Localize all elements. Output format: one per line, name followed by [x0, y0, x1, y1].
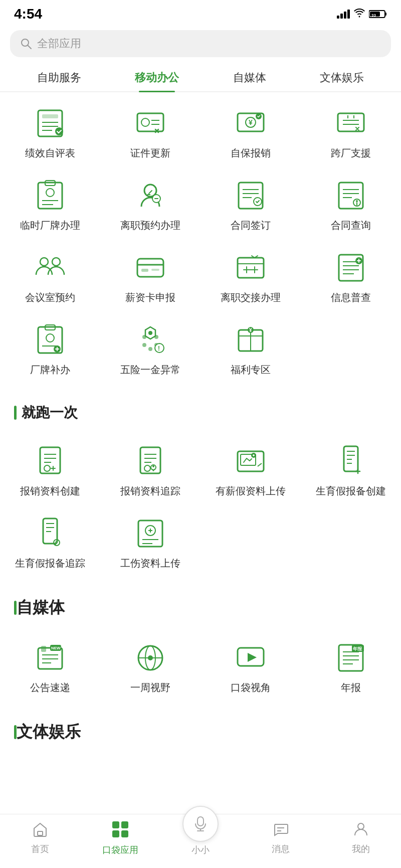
- tab-mobile-office[interactable]: 移动办公: [127, 65, 187, 91]
- resign-appoint-label: 离职预约办理: [120, 219, 180, 232]
- cert-update-label: 证件更新: [130, 146, 170, 159]
- app-welfare[interactable]: ¥ 福利专区: [200, 314, 301, 386]
- salary-card-icon: [132, 250, 168, 286]
- app-weekly-view[interactable]: 一周视野: [100, 632, 200, 704]
- five-insurance-icon: !: [132, 322, 168, 358]
- app-cert-update[interactable]: 证件更新: [100, 97, 200, 169]
- app-badge-reissue[interactable]: 厂牌补办: [0, 314, 100, 386]
- svg-point-45: [40, 258, 48, 266]
- badge-reissue-label: 厂牌补办: [30, 363, 70, 376]
- app-reimbursement-track[interactable]: 报销资料追踪: [100, 435, 200, 507]
- run-once-grid: 报销资料创建 报销资料追踪: [0, 430, 401, 585]
- battery-icon: 33: [369, 10, 387, 19]
- app-maternity-create[interactable]: 生育假报备创建: [301, 435, 401, 507]
- tab-navigation: 自助服务 移动办公 自媒体 文体娱乐: [0, 65, 401, 92]
- app-injury-upload[interactable]: 工伤资料上传: [100, 507, 200, 580]
- maternity-track-icon: [32, 515, 68, 552]
- tab-entertainment[interactable]: 文体娱乐: [312, 65, 372, 91]
- announcement-icon: NEW: [32, 640, 68, 676]
- nav-xiaoxiao[interactable]: 小小: [175, 816, 226, 856]
- app-cross-factory[interactable]: 跨厂支援: [301, 97, 401, 169]
- reimbursement-track-label: 报销资料追踪: [120, 484, 180, 497]
- app-pocket-angle[interactable]: 口袋视角: [200, 632, 301, 704]
- app-meeting-room[interactable]: 会议室预约: [0, 242, 100, 314]
- reimbursement-track-icon: [132, 443, 168, 479]
- nav-xiaoxiao-label: 小小: [191, 844, 210, 856]
- media-grid: NEW 公告速递 一周视野 口袋: [0, 627, 401, 709]
- search-bar[interactable]: 全部应用: [10, 30, 391, 57]
- svg-point-43: [356, 200, 358, 202]
- svg-text:年报: 年报: [352, 646, 362, 651]
- info-survey-icon: [333, 250, 369, 286]
- maternity-create-icon: [333, 443, 369, 479]
- svg-point-13: [141, 118, 149, 126]
- bottom-navigation: 首页 口袋应用 小小: [0, 814, 401, 868]
- svg-rect-47: [137, 259, 163, 277]
- svg-rect-145: [197, 817, 204, 826]
- svg-text:!: !: [158, 345, 160, 352]
- app-contract-sign[interactable]: 合同签订: [200, 169, 301, 242]
- app-resign-handover[interactable]: 离职交接办理: [200, 242, 301, 314]
- svg-point-46: [52, 258, 60, 266]
- app-maternity-track[interactable]: 生育假报备追踪: [0, 507, 100, 580]
- weekly-view-label: 一周视野: [130, 681, 170, 694]
- meeting-room-label: 会议室预约: [25, 291, 75, 304]
- svg-rect-142: [121, 821, 128, 828]
- app-five-insurance[interactable]: ! 五险一金异常: [100, 314, 200, 386]
- reimbursement-create-icon: [32, 443, 68, 479]
- svg-point-74: [148, 347, 152, 351]
- wifi-icon: [354, 9, 365, 20]
- performance-icon: [32, 105, 68, 141]
- reimbursement-create-label: 报销资料创建: [20, 484, 80, 497]
- welfare-icon: ¥: [233, 322, 269, 358]
- meeting-room-icon: [32, 250, 68, 286]
- svg-point-93: [144, 465, 150, 471]
- svg-rect-33: [239, 183, 263, 209]
- status-bar: 4:54 33: [0, 0, 401, 26]
- app-reimbursement-create[interactable]: 报销资料创建: [0, 435, 100, 507]
- injury-upload-label: 工伤资料上传: [120, 557, 180, 570]
- svg-point-11: [55, 127, 63, 135]
- temp-badge-icon: [32, 178, 68, 214]
- svg-rect-114: [138, 520, 162, 547]
- app-salary-card[interactable]: 薪资卡申报: [100, 242, 200, 314]
- tab-self-service[interactable]: 自助服务: [29, 65, 89, 91]
- mic-button[interactable]: [182, 806, 219, 842]
- annual-report-label: 年报: [341, 681, 361, 694]
- svg-text:33: 33: [371, 13, 376, 18]
- svg-rect-51: [238, 258, 264, 278]
- app-contract-query[interactable]: 合同查询: [301, 169, 401, 242]
- run-once-heading: 就跑一次: [0, 391, 401, 430]
- mobile-office-grid-top: 绩效自评表 证件更新 ¥: [0, 92, 401, 391]
- pocket-angle-label: 口袋视角: [231, 681, 271, 694]
- svg-point-70: [154, 335, 158, 339]
- nav-messages[interactable]: 消息: [256, 821, 306, 855]
- app-self-reimburse[interactable]: ¥ 自保报销: [200, 97, 301, 169]
- resign-handover-label: 离职交接办理: [221, 291, 281, 304]
- svg-line-30: [149, 191, 152, 194]
- app-resign-appoint[interactable]: 离职预约办理: [100, 169, 200, 242]
- app-announcement[interactable]: NEW 公告速递: [0, 632, 100, 704]
- nav-mine[interactable]: 我的: [336, 821, 386, 855]
- nav-home[interactable]: 首页: [15, 821, 65, 855]
- app-performance[interactable]: 绩效自评表: [0, 97, 100, 169]
- svg-rect-1: [385, 13, 386, 16]
- nav-pocket-apps[interactable]: 口袋应用: [95, 820, 145, 856]
- svg-text:¥: ¥: [249, 327, 252, 333]
- app-temp-badge[interactable]: 临时厂牌办理: [0, 169, 100, 242]
- welfare-label: 福利专区: [231, 363, 271, 376]
- maternity-create-label: 生育假报备创建: [316, 484, 386, 497]
- status-time: 4:54: [14, 6, 42, 22]
- media-heading: 自媒体: [0, 585, 401, 627]
- resign-handover-icon: [233, 250, 269, 286]
- pocket-angle-icon: [233, 640, 269, 676]
- tab-media[interactable]: 自媒体: [225, 65, 274, 91]
- nav-mine-label: 我的: [352, 843, 370, 855]
- maternity-track-label: 生育假报备追踪: [15, 557, 85, 570]
- announcement-label: 公告速递: [30, 681, 70, 694]
- app-info-survey[interactable]: 信息普查: [301, 242, 401, 314]
- content-area: 绩效自评表 证件更新 ¥: [0, 92, 401, 831]
- app-annual-report[interactable]: 年报 年报: [301, 632, 401, 704]
- svg-point-86: [44, 465, 50, 471]
- app-paid-leave-upload[interactable]: 有薪假资料上传: [200, 435, 301, 507]
